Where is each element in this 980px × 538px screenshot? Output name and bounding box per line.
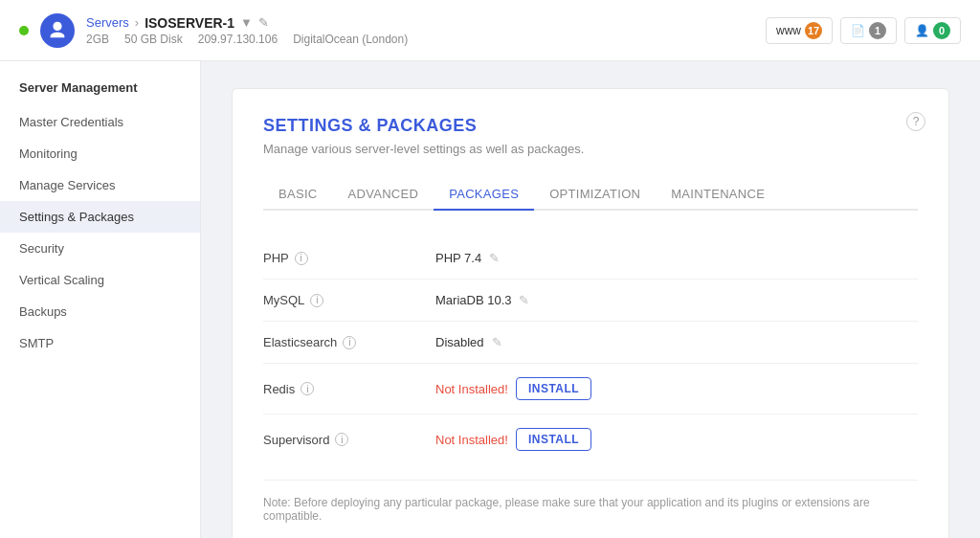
file-count: 1	[869, 22, 886, 39]
sidebar-item-security[interactable]: Security	[0, 233, 200, 264]
sidebar-title: Server Management	[0, 80, 200, 106]
package-row-mysql: MySQL i MariaDB 10.3 ✎	[263, 280, 918, 322]
package-row-supervisord: Supervisord i Not Installed! INSTALL	[263, 415, 918, 464]
server-ram: 2GB	[86, 33, 109, 46]
redis-info-icon[interactable]: i	[301, 382, 314, 395]
pkg-label-elasticsearch: Elasticsearch i	[263, 335, 435, 349]
www-label: www	[776, 24, 801, 37]
sidebar-item-monitoring[interactable]: Monitoring	[0, 138, 200, 169]
pkg-label-mysql: MySQL i	[263, 293, 435, 307]
package-row-elasticsearch: Elasticsearch i Disabled ✎	[263, 322, 918, 364]
topbar: Servers › ISOSERVER-1 ▼ ✎ 2GB 50 GB Disk…	[0, 0, 980, 61]
elasticsearch-edit-icon[interactable]: ✎	[492, 335, 502, 349]
page-subtitle: Manage various server-level settings as …	[263, 142, 918, 156]
redis-install-button[interactable]: INSTALL	[516, 377, 591, 400]
server-logo-icon	[47, 20, 68, 41]
breadcrumb-edit-icon[interactable]: ✎	[258, 15, 269, 30]
mysql-edit-icon[interactable]: ✎	[519, 293, 529, 307]
mysql-info-icon[interactable]: i	[310, 294, 323, 307]
pkg-label-redis: Redis i	[263, 382, 435, 396]
sidebar-item-manage-services[interactable]: Manage Services	[0, 169, 200, 201]
user-count: 0	[933, 22, 950, 39]
pkg-value-php: PHP 7.4 ✎	[435, 251, 500, 265]
package-row-redis: Redis i Not Installed! INSTALL	[263, 364, 918, 415]
server-disk: 50 GB Disk	[124, 33, 183, 46]
status-dot	[19, 26, 29, 35]
topbar-left: Servers › ISOSERVER-1 ▼ ✎ 2GB 50 GB Disk…	[19, 13, 766, 48]
server-logo	[40, 13, 75, 48]
tab-advanced[interactable]: ADVANCED	[333, 179, 434, 211]
file-badge[interactable]: 📄 1	[840, 17, 897, 44]
sidebar-item-backups[interactable]: Backups	[0, 296, 200, 327]
sidebar-item-settings-packages[interactable]: Settings & Packages	[0, 201, 200, 233]
help-icon[interactable]: ?	[906, 112, 925, 131]
www-count: 17	[805, 22, 822, 39]
server-ip: 209.97.130.106	[198, 33, 278, 46]
topbar-right: www 17 📄 1 👤 0	[766, 17, 961, 44]
www-badge[interactable]: www 17	[766, 17, 833, 44]
elasticsearch-info-icon[interactable]: i	[343, 336, 356, 349]
packages-note: Note: Before deploying any particular pa…	[263, 480, 918, 523]
pkg-name-supervisord: Supervisord	[263, 433, 329, 447]
main-content: ? SETTINGS & PACKAGES Manage various ser…	[201, 61, 980, 538]
settings-card: ? SETTINGS & PACKAGES Manage various ser…	[232, 88, 949, 538]
tab-optimization[interactable]: OPTIMIZATION	[534, 179, 656, 211]
tab-basic[interactable]: BASIC	[263, 179, 333, 211]
pkg-value-elasticsearch: Disabled ✎	[435, 335, 502, 349]
pkg-name-elasticsearch: Elasticsearch	[263, 335, 337, 349]
pkg-name-mysql: MySQL	[263, 293, 304, 307]
pkg-value-redis: Not Installed! INSTALL	[435, 377, 591, 400]
elasticsearch-status: Disabled	[435, 335, 484, 349]
mysql-version: MariaDB 10.3	[435, 293, 511, 307]
php-info-icon[interactable]: i	[295, 252, 308, 265]
sidebar: Server Management Master Credentials Mon…	[0, 61, 201, 538]
supervisord-install-button[interactable]: INSTALL	[516, 428, 591, 451]
sidebar-item-smtp[interactable]: SMTP	[0, 327, 200, 359]
sidebar-item-master-credentials[interactable]: Master Credentials	[0, 106, 200, 138]
pkg-value-mysql: MariaDB 10.3 ✎	[435, 293, 529, 307]
breadcrumb-servers-link[interactable]: Servers	[86, 15, 129, 30]
package-row-php: PHP i PHP 7.4 ✎	[263, 237, 918, 280]
php-edit-icon[interactable]: ✎	[489, 251, 500, 265]
layout: Server Management Master Credentials Mon…	[0, 61, 980, 538]
supervisord-status: Not Installed!	[435, 433, 508, 447]
server-info: Servers › ISOSERVER-1 ▼ ✎ 2GB 50 GB Disk…	[86, 15, 408, 46]
pkg-name-redis: Redis	[263, 382, 295, 396]
packages-list: PHP i PHP 7.4 ✎ MySQL i MariaDB 10	[263, 237, 918, 464]
server-meta: 2GB 50 GB Disk 209.97.130.106 DigitalOce…	[86, 33, 408, 46]
pkg-label-supervisord: Supervisord i	[263, 433, 435, 447]
user-icon: 👤	[915, 24, 929, 37]
php-version: PHP 7.4	[435, 251, 481, 265]
server-provider: DigitalOcean (London)	[293, 33, 408, 46]
page-title: SETTINGS & PACKAGES	[263, 116, 918, 136]
pkg-label-php: PHP i	[263, 251, 435, 265]
pkg-value-supervisord: Not Installed! INSTALL	[435, 428, 591, 451]
tab-maintenance[interactable]: MAINTENANCE	[656, 179, 780, 211]
pkg-name-php: PHP	[263, 251, 289, 265]
user-badge[interactable]: 👤 0	[904, 17, 961, 44]
tab-packages[interactable]: PACKAGES	[434, 179, 534, 211]
breadcrumb-separator: ›	[135, 15, 139, 30]
supervisord-info-icon[interactable]: i	[335, 433, 348, 446]
file-icon: 📄	[851, 24, 865, 37]
sidebar-item-vertical-scaling[interactable]: Vertical Scaling	[0, 264, 200, 296]
breadcrumb-server-name: ISOSERVER-1	[145, 15, 234, 31]
breadcrumb-dropdown-icon[interactable]: ▼	[240, 15, 253, 30]
breadcrumb: Servers › ISOSERVER-1 ▼ ✎	[86, 15, 408, 31]
redis-status: Not Installed!	[435, 382, 508, 396]
tabs: BASIC ADVANCED PACKAGES OPTIMIZATION MAI…	[263, 179, 918, 211]
